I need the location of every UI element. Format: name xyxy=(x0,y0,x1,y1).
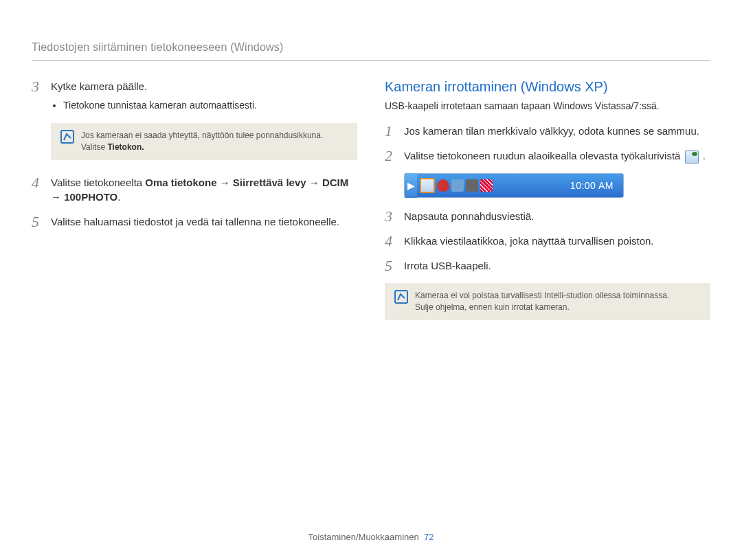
r-step-3: 3 Napsauta ponnahdusviestiä. xyxy=(385,209,710,224)
note2-line2: Sulje ohjelma, ennen kuin irrotat kamera… xyxy=(415,302,570,312)
note-line2-bold: Tietokon. xyxy=(107,142,144,152)
step-body: Jos kameran tilan merkkivalo välkkyy, od… xyxy=(404,124,710,139)
step-4: 4 Valitse tietokoneelta Oma tietokone → … xyxy=(32,175,357,205)
r-step-5: 5 Irrota USB-kaapeli. xyxy=(385,258,710,273)
manual-page: Tiedostojen siirtäminen tietokoneeseen (… xyxy=(0,0,742,560)
step-number: 5 xyxy=(32,214,47,229)
step-number: 4 xyxy=(32,175,47,190)
tray-icons xyxy=(417,178,493,193)
step4-pre: Valitse tietokoneelta xyxy=(51,177,145,188)
volume-icon xyxy=(466,179,478,192)
r-step2-pre: Valitse tietokoneen ruudun alaoikealla o… xyxy=(404,150,684,161)
taskbar-illustration: ▶ 10:00 AM xyxy=(404,173,624,198)
page-footer: Toistaminen/Muokkaaminen 72 xyxy=(0,532,742,542)
note-text: Kameraa ei voi poistaa turvallisesti Int… xyxy=(415,290,669,313)
step-body: Valitse tietokoneen ruudun alaoikealla o… xyxy=(404,148,710,164)
sub-bullet-item: Tietokone tunnistaa kameran automaattise… xyxy=(63,98,357,112)
note-icon xyxy=(394,290,408,304)
content-columns: 3 Kytke kamera päälle. Tietokone tunnist… xyxy=(32,79,710,335)
tray-expand-arrow-icon: ▶ xyxy=(405,173,417,198)
step-number: 2 xyxy=(385,148,400,164)
note-text: Jos kameraan ei saada yhteyttä, näyttöön… xyxy=(81,130,323,153)
step4-post: . xyxy=(117,191,120,203)
note2-line1: Kameraa ei voi poistaa turvallisesti Int… xyxy=(415,291,669,300)
note-box: Jos kameraan ei saada yhteyttä, näyttöön… xyxy=(51,123,357,160)
safely-remove-hardware-icon xyxy=(420,178,435,193)
page-number: 72 xyxy=(424,532,434,542)
note-icon xyxy=(60,130,74,144)
security-shield-icon xyxy=(437,179,449,192)
right-column: Kameran irrottaminen (Windows XP) USB-ka… xyxy=(385,79,710,335)
r-step2-post: . xyxy=(700,150,706,161)
step-3: 3 Kytke kamera päälle. Tietokone tunnist… xyxy=(32,79,357,113)
footer-section: Toistaminen/Muokkaaminen xyxy=(308,532,419,542)
section-title: Kameran irrottaminen (Windows XP) xyxy=(385,79,710,95)
note-box-2: Kameraa ei voi poistaa turvallisesti Int… xyxy=(385,283,710,320)
step-text: Kytke kamera päälle. xyxy=(51,80,147,92)
step-number: 1 xyxy=(385,124,400,139)
sub-bullet-list: Tietokone tunnistaa kameran automaattise… xyxy=(51,98,357,112)
step-number: 4 xyxy=(385,234,400,249)
note-line2-pre: Valitse xyxy=(81,142,107,152)
left-column: 3 Kytke kamera päälle. Tietokone tunnist… xyxy=(32,79,357,335)
step-number: 5 xyxy=(385,258,400,273)
safely-remove-icon xyxy=(685,150,699,164)
step-body: Kytke kamera päälle. Tietokone tunnistaa… xyxy=(51,79,357,113)
note-line1: Jos kameraan ei saada yhteyttä, näyttöön… xyxy=(81,131,323,140)
page-header: Tiedostojen siirtäminen tietokoneeseen (… xyxy=(32,41,710,61)
step-body: Valitse tietokoneelta Oma tietokone → Si… xyxy=(51,175,357,205)
step-body: Napsauta ponnahdusviestiä. xyxy=(404,209,710,224)
section-subtitle: USB-kaapeli irrotetaan samaan tapaan Win… xyxy=(385,100,710,111)
step-number: 3 xyxy=(32,79,47,94)
r-step-1: 1 Jos kameran tilan merkkivalo välkkyy, … xyxy=(385,124,710,139)
misc-tray-icon xyxy=(480,179,493,192)
r-step-2: 2 Valitse tietokoneen ruudun alaoikealla… xyxy=(385,148,710,164)
step-body: Klikkaa viestilaatikkoa, joka näyttää tu… xyxy=(404,234,710,249)
step-body: Irrota USB-kaapeli. xyxy=(404,258,710,273)
step-number: 3 xyxy=(385,209,400,224)
step-5: 5 Valitse haluamasi tiedostot ja vedä ta… xyxy=(32,214,357,229)
network-icon xyxy=(451,179,464,192)
r-step-4: 4 Klikkaa viestilaatikkoa, joka näyttää … xyxy=(385,234,710,249)
step-body: Valitse haluamasi tiedostot ja vedä tai … xyxy=(51,214,357,229)
taskbar-clock: 10:00 AM xyxy=(570,180,623,191)
